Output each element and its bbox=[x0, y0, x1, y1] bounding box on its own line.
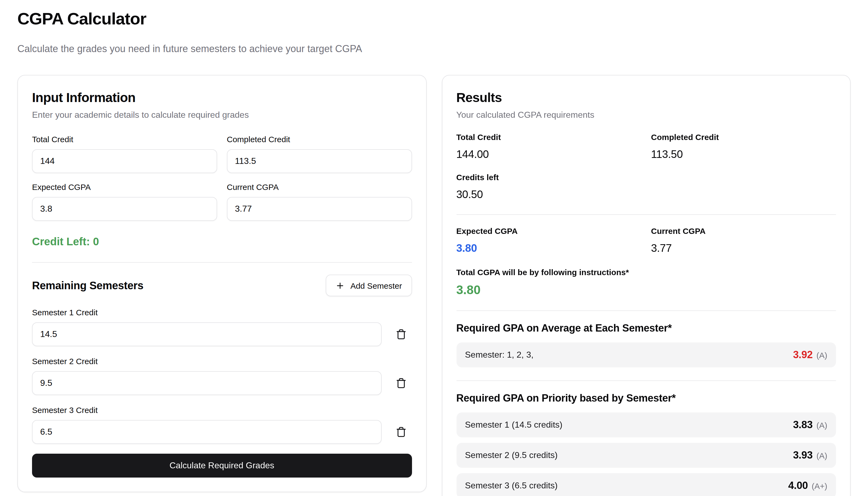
average-gpa-grade: (A) bbox=[817, 351, 827, 360]
credit-left-text: Credit Left: 0 bbox=[32, 234, 412, 249]
results-card-description: Your calculated CGPA requirements bbox=[456, 109, 836, 121]
result-total-credit-value: 144.00 bbox=[456, 147, 641, 161]
average-gpa-row-result: 3.92 (A) bbox=[793, 349, 827, 361]
semester-2-item: Semester 2 Credit bbox=[32, 356, 412, 395]
expected-cgpa-input[interactable] bbox=[32, 197, 217, 221]
cards-container: Input Information Enter your academic de… bbox=[17, 75, 851, 496]
result-expected-cgpa-value: 3.80 bbox=[456, 241, 641, 255]
results-card: Results Your calculated CGPA requirement… bbox=[441, 75, 851, 496]
priority-semester-1-value: 3.83 bbox=[793, 419, 812, 431]
result-current-cgpa-label: Current CGPA bbox=[651, 226, 836, 237]
trash-icon bbox=[396, 378, 406, 389]
input-card-description: Enter your academic details to calculate… bbox=[32, 109, 412, 121]
priority-semester-2-row: Semester 2 (9.5 credits) 3.93 (A) bbox=[456, 443, 836, 468]
remaining-semesters-header: Remaining Semesters Add Semester bbox=[32, 275, 412, 296]
semester-1-row bbox=[32, 322, 412, 346]
total-cgpa-block: Total CGPA will be by following instruct… bbox=[456, 267, 836, 297]
semester-list: Semester 1 Credit Semester 2 Credit bbox=[32, 307, 412, 444]
result-credits-left-label: Credits left bbox=[456, 172, 641, 183]
result-completed-credit-label: Completed Credit bbox=[651, 132, 836, 143]
average-gpa-value: 3.92 bbox=[793, 349, 812, 361]
delete-semester-1-button[interactable] bbox=[390, 323, 412, 345]
expected-cgpa-field: Expected CGPA bbox=[32, 182, 217, 221]
add-semester-label: Add Semester bbox=[351, 281, 402, 290]
average-gpa-section-title: Required GPA on Average at Each Semester… bbox=[456, 322, 836, 335]
result-total-credit-label: Total Credit bbox=[456, 132, 641, 143]
average-gpa-row-label: Semester: 1, 2, 3, bbox=[465, 350, 533, 360]
total-cgpa-value: 3.80 bbox=[456, 282, 836, 297]
completed-credit-label: Completed Credit bbox=[227, 134, 412, 145]
result-expected-cgpa: Expected CGPA 3.80 bbox=[456, 226, 641, 255]
priority-semester-3-label: Semester 3 (6.5 credits) bbox=[465, 481, 558, 491]
expected-cgpa-label: Expected CGPA bbox=[32, 182, 217, 193]
semester-1-credit-input[interactable] bbox=[32, 322, 381, 346]
priority-semester-2-grade: (A) bbox=[817, 451, 827, 460]
credit-fields-grid: Total Credit Completed Credit Expected C… bbox=[32, 134, 412, 221]
average-gpa-row: Semester: 1, 2, 3, 3.92 (A) bbox=[456, 342, 836, 367]
semester-3-item: Semester 3 Credit bbox=[32, 405, 412, 444]
completed-credit-field: Completed Credit bbox=[227, 134, 412, 173]
priority-gpa-section-title: Required GPA on Priority based by Semest… bbox=[456, 392, 836, 405]
priority-semester-3-grade: (A+) bbox=[811, 481, 827, 491]
result-credits-left: Credits left 30.50 bbox=[456, 172, 641, 201]
input-information-card: Input Information Enter your academic de… bbox=[17, 75, 427, 492]
result-current-cgpa: Current CGPA 3.77 bbox=[651, 226, 836, 255]
priority-semester-2-value: 3.93 bbox=[793, 449, 812, 461]
result-total-credit: Total Credit 144.00 bbox=[456, 132, 641, 161]
priority-semester-2-label: Semester 2 (9.5 credits) bbox=[465, 450, 558, 460]
input-card-title: Input Information bbox=[32, 90, 412, 106]
total-credit-field: Total Credit bbox=[32, 134, 217, 173]
priority-semester-3-value: 4.00 bbox=[788, 480, 808, 492]
add-semester-button[interactable]: Add Semester bbox=[326, 275, 412, 296]
priority-semester-3-row: Semester 3 (6.5 credits) 4.00 (A+) bbox=[456, 473, 836, 496]
total-credit-input[interactable] bbox=[32, 149, 217, 173]
results-card-title: Results bbox=[456, 90, 836, 106]
remaining-semesters-title: Remaining Semesters bbox=[32, 279, 143, 292]
priority-semester-1-result: 3.83 (A) bbox=[793, 419, 827, 431]
semester-1-item: Semester 1 Credit bbox=[32, 307, 412, 346]
input-card-divider bbox=[32, 262, 412, 263]
plus-icon bbox=[336, 281, 345, 290]
result-expected-cgpa-label: Expected CGPA bbox=[456, 226, 641, 237]
results-divider-3 bbox=[456, 381, 836, 381]
result-current-cgpa-value: 3.77 bbox=[651, 241, 836, 255]
delete-semester-3-button[interactable] bbox=[390, 421, 412, 443]
semester-3-credit-input[interactable] bbox=[32, 420, 381, 444]
priority-semester-1-grade: (A) bbox=[817, 421, 827, 430]
calculate-button[interactable]: Calculate Required Grades bbox=[32, 454, 412, 478]
current-cgpa-label: Current CGPA bbox=[227, 182, 412, 193]
app-viewport: CGPA Calculator Calculate the grades you… bbox=[0, 0, 868, 496]
result-completed-credit: Completed Credit 113.50 bbox=[651, 132, 836, 161]
delete-semester-2-button[interactable] bbox=[390, 372, 412, 394]
trash-icon bbox=[396, 329, 406, 340]
semester-1-credit-label: Semester 1 Credit bbox=[32, 307, 412, 318]
total-cgpa-label: Total CGPA will be by following instruct… bbox=[456, 267, 836, 278]
cgpa-calculator-page: CGPA Calculator Calculate the grades you… bbox=[0, 0, 868, 496]
result-credits-left-value: 30.50 bbox=[456, 187, 641, 201]
current-cgpa-field: Current CGPA bbox=[227, 182, 412, 221]
priority-gpa-rows: Semester 1 (14.5 credits) 3.83 (A) Semes… bbox=[456, 413, 836, 496]
priority-semester-2-result: 3.93 (A) bbox=[793, 449, 827, 461]
semester-3-credit-label: Semester 3 Credit bbox=[32, 405, 412, 416]
semester-2-credit-input[interactable] bbox=[32, 371, 381, 395]
priority-semester-1-label: Semester 1 (14.5 credits) bbox=[465, 420, 562, 430]
results-divider-1 bbox=[456, 214, 836, 215]
result-completed-credit-value: 113.50 bbox=[651, 147, 836, 161]
semester-2-row bbox=[32, 371, 412, 395]
completed-credit-input[interactable] bbox=[227, 149, 412, 173]
results-divider-2 bbox=[456, 310, 836, 311]
total-credit-label: Total Credit bbox=[32, 134, 217, 145]
page-title: CGPA Calculator bbox=[17, 9, 851, 29]
semester-2-credit-label: Semester 2 Credit bbox=[32, 356, 412, 367]
priority-semester-1-row: Semester 1 (14.5 credits) 3.83 (A) bbox=[456, 413, 836, 437]
current-cgpa-input[interactable] bbox=[227, 197, 412, 221]
cgpa-stats-grid: Expected CGPA 3.80 Current CGPA 3.77 bbox=[456, 226, 836, 255]
semester-3-row bbox=[32, 420, 412, 444]
page-subtitle: Calculate the grades you need in future … bbox=[17, 43, 851, 55]
priority-semester-3-result: 4.00 (A+) bbox=[788, 480, 827, 492]
results-stats-grid: Total Credit 144.00 Completed Credit 113… bbox=[456, 132, 836, 201]
trash-icon bbox=[396, 427, 406, 437]
